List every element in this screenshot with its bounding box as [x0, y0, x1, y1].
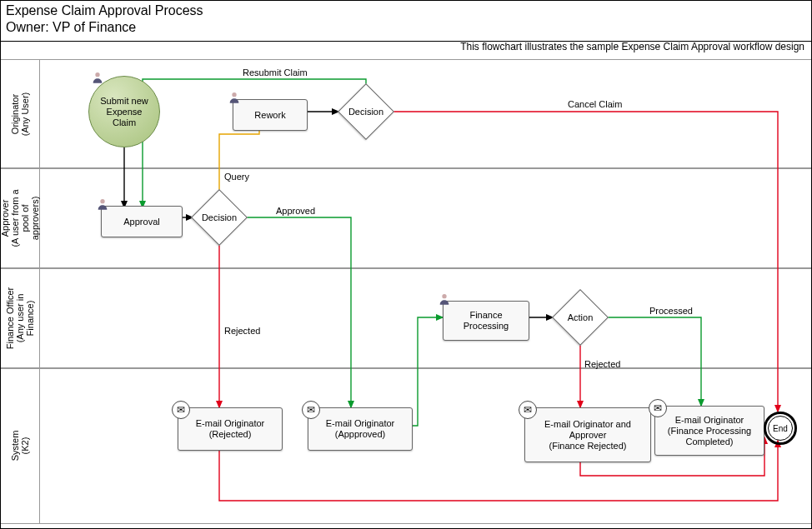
task-label: Finance Processing: [450, 310, 522, 332]
task-label: E-mail Originator (Rejected): [185, 418, 275, 440]
svg-point-5: [232, 92, 236, 97]
svg-point-7: [442, 294, 446, 298]
decision-label: Action: [554, 301, 607, 334]
task-label: Approval: [123, 217, 159, 227]
diagram-title: Expense Claim Approval Process: [6, 2, 806, 19]
task-finance-processing: Finance Processing: [443, 301, 529, 341]
mail-icon: ✉: [172, 401, 190, 419]
start-node: Submit new Expense Claim: [88, 76, 160, 147]
decision-originator: Decision: [339, 95, 393, 128]
lane-label: Originator (Any User): [10, 92, 30, 137]
diagram-header: Expense Claim Approval Process Owner: VP…: [1, 1, 811, 42]
svg-point-6: [100, 199, 104, 203]
svg-point-4: [95, 72, 99, 77]
user-icon: [96, 197, 109, 211]
mail-icon: ✉: [519, 401, 537, 419]
lane-label: Finance Officer (Any user in Finance): [5, 287, 35, 349]
edge-label-query: Query: [224, 172, 249, 182]
diagram-description: This flowchart illustrates the sample Ex…: [460, 41, 804, 52]
task-mail-rejected: E-mail Originator (Rejected): [178, 407, 283, 451]
decision-label: Decision: [193, 201, 246, 234]
diagram-owner: Owner: VP of Finance: [6, 19, 806, 36]
task-label: E-mail Originator and Approver (Finance …: [532, 419, 644, 452]
task-label: E-mail Originator (Finance Processing Co…: [662, 415, 757, 447]
mail-icon: ✉: [302, 401, 320, 419]
task-label: Rework: [254, 110, 285, 121]
task-mail-approved: E-mail Originator (Appproved): [308, 407, 413, 451]
lane-finance: Finance Officer (Any user in Finance): [1, 267, 811, 369]
end-node: End: [764, 412, 797, 445]
task-rework: Rework: [233, 99, 308, 131]
edge-label-processed: Processed: [649, 306, 693, 316]
user-icon: [438, 292, 451, 306]
edge-label-cancel: Cancel Claim: [568, 99, 622, 109]
diagram-canvas: Expense Claim Approval Process Owner: VP…: [0, 0, 812, 529]
user-icon: [228, 91, 241, 104]
decision-approver: Decision: [193, 201, 246, 234]
edge-label-rejected: Rejected: [224, 326, 260, 336]
decision-label: Decision: [339, 95, 393, 128]
task-mail-fin-done: E-mail Originator (Finance Processing Co…: [654, 406, 764, 456]
decision-finance: Action: [554, 301, 607, 334]
task-approval: Approval: [101, 206, 183, 237]
user-icon: [91, 71, 104, 84]
mail-icon: ✉: [649, 399, 667, 417]
lane-label: System (K2): [10, 431, 30, 462]
edge-label-approved: Approved: [276, 206, 315, 216]
start-label: Submit new Expense Claim: [94, 96, 154, 128]
task-label: E-mail Originator (Appproved): [315, 418, 405, 440]
edge-label-resubmit: Resubmit Claim: [243, 67, 308, 77]
lane-label: Approver (A user from a pool of approver…: [0, 189, 40, 247]
edge-label-fin-rejected: Rejected: [584, 359, 620, 369]
task-mail-fin-rejected: E-mail Originator and Approver (Finance …: [524, 407, 651, 462]
